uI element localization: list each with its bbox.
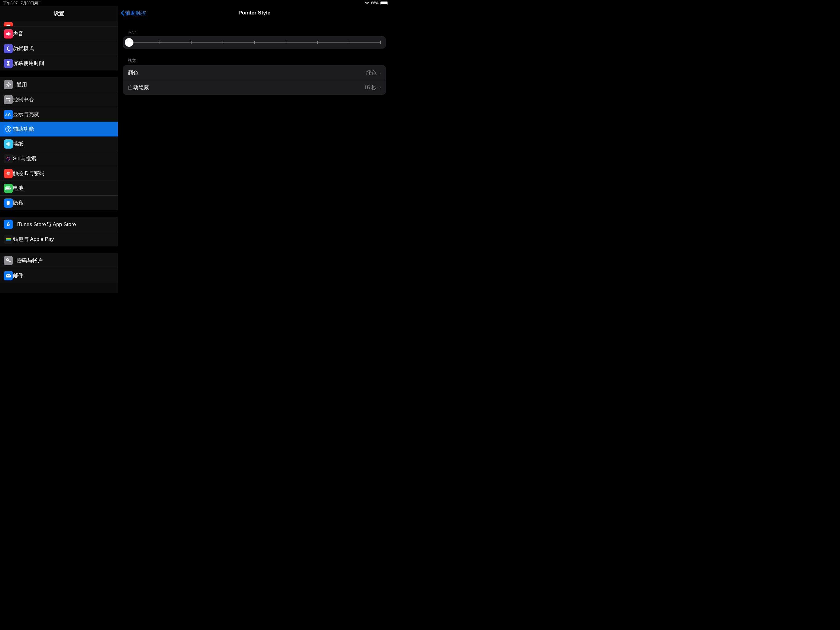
color-value: 绿色 (366, 69, 377, 76)
sidebar-item-label: 隐私 (13, 199, 24, 206)
sidebar-item-label: Siri与搜索 (13, 155, 36, 162)
slider-tick (191, 41, 191, 44)
color-label: 颜色 (128, 69, 366, 76)
bell-icon (4, 22, 13, 26)
svg-rect-21 (6, 238, 11, 239)
moon-icon (4, 44, 13, 53)
sidebar-item-wallpaper[interactable]: 墙纸 (0, 136, 118, 151)
gear-icon (4, 80, 13, 89)
chevron-left-icon (120, 10, 125, 16)
battery-pct: 86% (371, 1, 379, 5)
sidebar-title: 设置 (0, 6, 118, 21)
chevron-right-icon: › (379, 70, 381, 76)
slider-tick (317, 41, 318, 44)
slider-tick (254, 41, 255, 44)
svg-text:A: A (5, 113, 7, 117)
sidebar-item-label: 屏幕使用时间 (13, 60, 44, 67)
sidebar-item-label: 辅助功能 (13, 125, 34, 133)
status-bar: 下午3:07 7月30日周二 86% (0, 0, 391, 6)
sidebar-item-screentime[interactable]: 屏幕使用时间 (0, 56, 118, 70)
sidebar-item-label: 电池 (13, 185, 24, 192)
svg-rect-25 (6, 274, 11, 277)
sidebar-item-label: iTunes Store与 App Store (17, 221, 76, 228)
flower-icon (4, 139, 13, 149)
status-time: 下午3:07 (3, 1, 17, 6)
siri-icon (4, 154, 13, 163)
size-slider-card (123, 36, 386, 49)
text-size-icon: AA (4, 110, 13, 119)
battery-icon (4, 184, 13, 193)
visual-card: 颜色 绿色 › 自动隐藏 15 秒 › (123, 65, 386, 95)
detail-pane: 辅助触控 Pointer Style 大小 视觉 颜色 绿色 › 自动隐藏 15… (118, 6, 391, 293)
slider-tick (381, 41, 381, 44)
sidebar-item-accessibility[interactable]: 辅助功能 (0, 122, 118, 136)
svg-rect-18 (11, 188, 11, 189)
nav-bar: 辅助触控 Pointer Style (118, 6, 391, 20)
status-date: 7月30日周二 (21, 1, 41, 6)
svg-point-9 (8, 127, 9, 128)
svg-point-5 (9, 100, 10, 101)
sidebar-item-label: 邮件 (13, 272, 24, 279)
sidebar-item-label: 控制中心 (13, 96, 34, 103)
visual-section-label: 视觉 (128, 58, 391, 63)
slider-tick (286, 41, 286, 44)
svg-rect-19 (6, 187, 9, 189)
sidebar-item-dnd[interactable]: 勿扰模式 (0, 41, 118, 56)
back-button[interactable]: 辅助触控 (118, 9, 146, 17)
battery-icon (381, 1, 388, 5)
wifi-icon (365, 1, 369, 5)
fingerprint-icon (4, 169, 13, 178)
sidebar-item-sound[interactable]: 声音 (0, 26, 118, 41)
sidebar-item-label: 勿扰模式 (13, 45, 34, 52)
sidebar-item-display[interactable]: AA显示与亮度 (0, 107, 118, 122)
autohide-label: 自动隐藏 (128, 84, 364, 91)
svg-rect-23 (6, 240, 11, 241)
sidebar-item-label: 通用 (17, 81, 27, 88)
sidebar-item-appstore[interactable]: iTunes Store与 App Store (0, 217, 118, 232)
svg-point-10 (8, 143, 9, 144)
svg-rect-0 (6, 25, 10, 26)
speaker-icon (4, 29, 13, 38)
back-label: 辅助触控 (125, 9, 146, 17)
svg-point-1 (7, 84, 9, 85)
slider-knob[interactable] (125, 38, 133, 47)
chevron-right-icon: › (379, 84, 381, 91)
page-title: Pointer Style (238, 10, 271, 16)
envelope-icon (4, 271, 13, 280)
accessibility-icon (4, 125, 13, 134)
sidebar-item-touchid[interactable]: 触控ID与密码 (0, 166, 118, 180)
hourglass-icon (4, 59, 13, 68)
sidebar-item-privacy[interactable]: 隐私 (0, 195, 118, 210)
appstore-icon (4, 220, 13, 229)
wallet-icon (4, 235, 13, 244)
svg-text:A: A (8, 112, 11, 117)
autohide-value: 15 秒 (364, 84, 377, 91)
sidebar-item-label: 钱包与 Apple Pay (13, 236, 54, 243)
slider-tick (349, 41, 349, 44)
slider-tick (159, 41, 160, 44)
toggles-icon (4, 95, 13, 104)
sidebar-item-label: 墙纸 (13, 140, 24, 147)
sidebar-item-label: 显示与亮度 (13, 111, 39, 118)
sidebar-item-mail[interactable]: 邮件 (0, 268, 118, 283)
svg-point-3 (7, 98, 8, 99)
sidebar-item-notifications[interactable]: 通知 (0, 21, 118, 26)
slider-tick (223, 41, 223, 44)
sidebar-item-label: 密码与帐户 (17, 257, 43, 264)
size-section-label: 大小 (128, 29, 391, 35)
sidebar-item-general[interactable]: 通用 (0, 77, 118, 92)
sidebar-item-battery[interactable]: 电池 (0, 180, 118, 195)
svg-rect-22 (6, 239, 11, 240)
size-slider[interactable] (128, 42, 381, 43)
sidebar-item-siri[interactable]: Siri与搜索 (0, 151, 118, 166)
color-row[interactable]: 颜色 绿色 › (123, 65, 386, 80)
settings-sidebar: 设置 通知声音勿扰模式屏幕使用时间通用控制中心AA显示与亮度辅助功能墙纸Siri… (0, 6, 118, 293)
sidebar-item-label: 声音 (13, 30, 24, 37)
hand-icon (4, 198, 13, 207)
sidebar-item-label: 触控ID与密码 (13, 170, 44, 177)
sidebar-item-wallet[interactable]: 钱包与 Apple Pay (0, 232, 118, 246)
autohide-row[interactable]: 自动隐藏 15 秒 › (123, 80, 386, 95)
sidebar-item-controlcenter[interactable]: 控制中心 (0, 92, 118, 107)
key-icon (4, 256, 13, 265)
sidebar-item-passwords[interactable]: 密码与帐户 (0, 253, 118, 268)
